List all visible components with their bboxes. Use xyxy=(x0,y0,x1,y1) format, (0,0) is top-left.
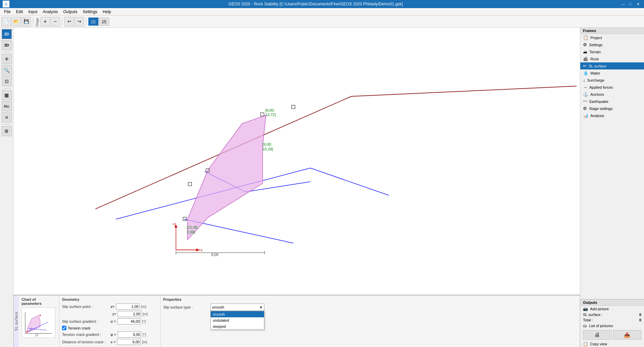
svg-text:x,z: x,z xyxy=(36,333,38,335)
total-output-row: Total : 0 xyxy=(580,317,644,323)
menu-item-settings[interactable]: Settings xyxy=(80,8,100,16)
output-buttons: 🖨 📤 xyxy=(580,329,644,341)
gear-button[interactable]: ⚙ xyxy=(2,126,12,136)
canvas-area[interactable]: [9,00; 13,72] [9,00; 10,28] [11,00; 2,00… xyxy=(13,28,580,295)
frame-item-sl-surface[interactable]: ✏SL surface xyxy=(580,62,644,69)
frame-label: Applied forces xyxy=(589,85,613,89)
frame-label: Terrain xyxy=(589,50,601,54)
redo-button[interactable]: ↪ xyxy=(75,17,84,26)
main-layout: 2D 3D ✛ 🔍 ⊡ ▦ Abc ≡ ⚙ xyxy=(0,28,644,347)
menu-item-analysis[interactable]: Analysis xyxy=(40,8,61,16)
right-panel: Frames 📋Project⚙Settings⛰Terrain🪨Rock✏SL… xyxy=(580,28,644,347)
title-bar: G GEOS 2020 - Rock Stability [C:\Users\P… xyxy=(0,0,644,8)
add-picture-row[interactable]: 📷 Add picture xyxy=(580,306,644,312)
slip-gradient-label: Slip surface gradient : xyxy=(62,319,109,323)
svg-text:13,72]: 13,72] xyxy=(265,113,276,117)
add-picture-label: Add picture xyxy=(590,307,609,311)
frame-label: Stage settings xyxy=(589,107,613,111)
slip-type-value: smooth xyxy=(212,305,259,309)
maximize-button[interactable]: □ xyxy=(627,1,634,7)
svg-text:[11,00;: [11,00; xyxy=(187,225,198,229)
menu-item-edit[interactable]: Edit xyxy=(13,8,26,16)
copy-view-row[interactable]: 📋 Copy view xyxy=(580,341,644,347)
distance-row: Distance of tension crack : x = [m] xyxy=(62,339,157,345)
slip-surface-type-label: Slip surface type : xyxy=(163,305,210,309)
alpha-label: α = xyxy=(111,319,116,323)
print-button[interactable]: 🖨 xyxy=(583,330,612,340)
distance-label: Distance of tension crack : xyxy=(62,340,109,344)
table-button[interactable]: ▦ xyxy=(2,90,12,100)
select-button[interactable]: ⊡ xyxy=(2,76,12,86)
btn-2d[interactable]: 2D xyxy=(2,29,12,39)
frame-item-earthquake[interactable]: 〰Earthquake xyxy=(580,98,644,105)
alpha-input[interactable] xyxy=(117,318,141,324)
tension-gradient-row: Tension crack gradient : φ = [°] xyxy=(62,331,157,338)
abc-button[interactable]: Abc xyxy=(2,101,12,111)
menu-item-input[interactable]: Input xyxy=(26,8,40,16)
stage-2-button[interactable]: [2] xyxy=(99,18,109,26)
new-button[interactable]: 📄 xyxy=(1,17,11,26)
frame-item-applied-forces[interactable]: →Applied forces xyxy=(580,84,644,91)
frame-label: Project xyxy=(590,36,602,40)
undo-button[interactable]: ↩ xyxy=(64,17,74,26)
menu-item-help[interactable]: Help xyxy=(100,8,114,16)
frame-icon: 💧 xyxy=(583,70,588,76)
layers-button[interactable]: ≡ xyxy=(2,112,12,122)
minimize-button[interactable]: — xyxy=(620,1,626,7)
option-smooth[interactable]: smooth xyxy=(211,311,264,317)
frame-item-terrain[interactable]: ⛰Terrain xyxy=(580,48,644,55)
chart-thumbnail: x,z α x,z xyxy=(22,308,55,338)
frame-item-anchors[interactable]: ⚓Anchors xyxy=(580,91,644,98)
open-button[interactable]: 📂 xyxy=(11,17,21,26)
toolbar-sep-3 xyxy=(86,18,86,26)
slip-type-dropdown[interactable]: smooth ▼ smooth undulated stepped xyxy=(210,303,264,311)
menu-item-file[interactable]: File xyxy=(1,8,13,16)
left-sep-2 xyxy=(2,88,11,88)
frame-icon: 〰 xyxy=(583,99,587,104)
z-row: z= [m] xyxy=(111,311,157,317)
save-button[interactable]: 💾 xyxy=(22,17,31,26)
frame-label: SL surface xyxy=(589,64,606,68)
move-button[interactable]: ✛ xyxy=(2,54,12,64)
total-output-label: Total : xyxy=(583,318,593,322)
tension-crack-row: Tension crack xyxy=(62,326,157,330)
add-stage-button[interactable]: + xyxy=(40,17,50,26)
export-button[interactable]: 📤 xyxy=(613,330,642,340)
frame-item-analysis[interactable]: 📊Analysis xyxy=(580,112,644,119)
svg-text:[9,00;: [9,00; xyxy=(265,108,275,112)
frame-item-water[interactable]: 💧Water xyxy=(580,69,644,77)
option-stepped[interactable]: stepped xyxy=(211,323,264,329)
frame-item-rock[interactable]: 🪨Rock xyxy=(580,55,644,62)
frame-icon: ⛰ xyxy=(583,49,587,54)
option-undulated[interactable]: undulated xyxy=(211,317,264,323)
phi-input[interactable] xyxy=(118,331,141,338)
svg-rect-0 xyxy=(13,66,580,257)
frame-item-surcharge[interactable]: ↓Surcharge xyxy=(580,77,644,84)
frame-item-project[interactable]: 📋Project xyxy=(580,34,644,41)
frame-label: Surcharge xyxy=(587,78,605,82)
phi-label: φ = xyxy=(111,332,116,337)
close-button[interactable]: ✕ xyxy=(635,1,641,7)
left-sep-1 xyxy=(2,52,11,52)
stage-1-button[interactable]: [1] xyxy=(88,18,98,26)
frame-item-settings[interactable]: ⚙Settings xyxy=(580,41,644,48)
z-input[interactable] xyxy=(118,311,141,317)
zoom-button[interactable]: 🔍 xyxy=(2,65,12,75)
frame-icon: ✏ xyxy=(583,63,587,68)
list-of-pictures-row[interactable]: 🗂 List of pictures xyxy=(580,323,644,329)
dist-input[interactable] xyxy=(117,339,141,345)
x-input[interactable] xyxy=(116,303,140,310)
frame-label: Anchors xyxy=(590,92,604,96)
slip-type-select[interactable]: smooth ▼ xyxy=(210,303,264,311)
toolbar-sep-1 xyxy=(33,18,33,26)
list-pictures-icon: 🗂 xyxy=(583,323,587,328)
tension-crack-checkbox[interactable] xyxy=(62,326,66,330)
frame-item-stage-settings[interactable]: ⚙Stage settings xyxy=(580,105,644,112)
remove-stage-button[interactable]: − xyxy=(51,17,60,26)
menu-item-outputs[interactable]: Outputs xyxy=(60,8,80,16)
phi-unit: [°] xyxy=(143,332,146,337)
btn-3d[interactable]: 3D xyxy=(2,40,12,50)
svg-text:+x: +x xyxy=(199,248,203,252)
svg-marker-30 xyxy=(27,315,40,332)
frame-label: Analysis xyxy=(590,114,604,118)
